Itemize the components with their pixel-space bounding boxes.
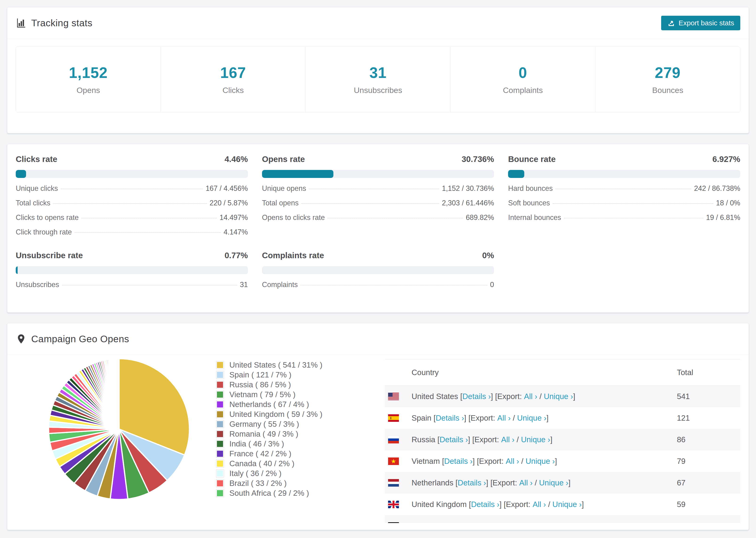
legend-item[interactable]: Canada ( 40 / 2% ) (216, 459, 380, 468)
stat-label: Opens (77, 86, 100, 95)
rate-title: Opens rate (262, 154, 305, 164)
progress-bar (262, 266, 494, 274)
details-link[interactable]: Details › (444, 457, 473, 466)
legend-swatch (216, 480, 224, 487)
rates-grid: Clicks rate4.46%Unique clicks167 / 4.456… (7, 144, 749, 289)
legend-label: United States ( 541 / 31% ) (229, 360, 322, 369)
vietnam-star: ★ (388, 457, 399, 465)
rate-detail-label: Unsubscribes (16, 281, 59, 289)
pie-slice[interactable] (118, 359, 119, 429)
country-name: Vietnam (411, 457, 440, 466)
rate-detail-label: Clicks to opens rate (16, 213, 79, 222)
rate-detail-row: Opens to clicks rate689.82% (262, 213, 494, 222)
legend-label: Italy ( 36 / 2% ) (229, 469, 282, 478)
legend-item[interactable]: India ( 46 / 3% ) (216, 439, 380, 449)
rate-value: 0.77% (225, 251, 248, 260)
stats-row: 1,152Opens167Clicks31Unsubscribes0Compla… (16, 46, 740, 112)
rate-detail-row: Unsubscribes31 (16, 281, 248, 289)
progress-bar-fill (16, 266, 18, 274)
stat-cell: 279Bounces (595, 47, 740, 112)
legend-item[interactable]: Brazil ( 33 / 2% ) (216, 478, 380, 488)
rate-head: Bounce rate6.927% (508, 154, 740, 164)
rate-detail-row: Unique clicks167 / 4.456% (16, 184, 248, 192)
rate-detail-value: 31 (240, 281, 248, 289)
country-name: Russia (411, 435, 435, 444)
export-label: [Export: (477, 457, 504, 466)
export-icon (667, 19, 675, 27)
country-row: Spain [Details ›] [Export: All › / Uniqu… (385, 407, 740, 429)
total-cell: 121 (677, 413, 740, 422)
export-all-link[interactable]: All › (497, 413, 511, 422)
rate-detail-value: 0 (490, 281, 494, 289)
export-all-link[interactable]: All › (501, 435, 514, 444)
rate-detail-value: 19 / 6.81% (706, 213, 740, 222)
legend-item[interactable]: Italy ( 36 / 2% ) (216, 468, 380, 478)
stat-label: Complaints (503, 86, 543, 95)
dotted-leader (301, 203, 439, 204)
stat-value: 279 (655, 64, 681, 81)
stat-cell: 0Complaints (450, 47, 595, 112)
legend-label: Netherlands ( 67 / 4% ) (229, 400, 309, 409)
stats-wrap: 1,152Opens167Clicks31Unsubscribes0Compla… (7, 39, 749, 120)
rate-title: Bounce rate (508, 154, 556, 164)
export-unique-link[interactable]: Unique › (529, 521, 559, 523)
rate-title: Clicks rate (16, 154, 57, 164)
export-unique-link[interactable]: Unique › (539, 478, 568, 487)
rate-detail-row: Total clicks220 / 5.87% (16, 199, 248, 207)
spain-crest (390, 417, 391, 419)
export-unique-link[interactable]: Unique › (525, 457, 555, 466)
export-unique-link[interactable]: Unique › (553, 500, 582, 509)
details-link[interactable]: Details › (471, 500, 499, 509)
rate-detail-rows: Unique opens1,152 / 30.736%Total opens2,… (262, 184, 494, 222)
stat-value: 0 (519, 64, 527, 81)
tracking-stats-card: Tracking stats Export basic stats 1,152O… (7, 7, 749, 133)
rate-detail-row: Unique opens1,152 / 30.736% (262, 184, 494, 192)
legend-item[interactable]: France ( 42 / 2% ) (216, 449, 380, 459)
details-link[interactable]: Details › (462, 392, 491, 401)
export-all-link[interactable]: All › (509, 521, 523, 523)
rate-detail-label: Unique clicks (16, 184, 58, 192)
legend-item[interactable]: United States ( 541 / 31% ) (216, 360, 380, 370)
export-all-link[interactable]: All › (532, 500, 546, 509)
export-basic-stats-button[interactable]: Export basic stats (661, 16, 740, 30)
legend-item[interactable]: Russia ( 86 / 5% ) (216, 380, 380, 390)
legend-label: United Kingdom ( 59 / 3% ) (229, 410, 322, 419)
export-all-link[interactable]: All › (524, 392, 537, 401)
progress-bar-fill (16, 170, 26, 178)
ru-flag-icon (388, 436, 399, 443)
progress-bar (262, 170, 494, 178)
stat-label: Bounces (652, 86, 683, 95)
legend-label: Brazil ( 33 / 2% ) (229, 479, 287, 488)
rate-detail-label: Soft bounces (508, 199, 550, 207)
details-link[interactable]: Details › (440, 435, 468, 444)
legend-item[interactable]: Netherlands ( 67 / 4% ) (216, 400, 380, 409)
legend-item[interactable]: Vietnam ( 79 / 5% ) (216, 390, 380, 400)
export-label: [Export: (472, 435, 499, 444)
details-link[interactable]: Details › (448, 521, 476, 523)
export-all-link[interactable]: All › (519, 478, 533, 487)
legend-item[interactable]: Romania ( 49 / 3% ) (216, 429, 380, 439)
details-link[interactable]: Details › (436, 413, 464, 422)
details-link[interactable]: Details › (458, 478, 486, 487)
rate-detail-rows: Unsubscribes31 (16, 281, 248, 289)
geo-title: Campaign Geo Opens (31, 334, 129, 345)
dotted-leader (53, 203, 207, 204)
country-row: United Kingdom [Details ›] [Export: All … (385, 494, 740, 515)
legend-item[interactable]: South Africa ( 29 / 2% ) (216, 488, 380, 498)
country-row: Germany [Details ›] [Export: All › / Uni… (385, 515, 740, 523)
rate-head: Opens rate30.736% (262, 154, 494, 164)
rate-detail-row: Soft bounces18 / 0% (508, 199, 740, 207)
tracking-stats-header: Tracking stats Export basic stats (7, 7, 749, 39)
export-unique-link[interactable]: Unique › (544, 392, 573, 401)
legend-swatch (216, 470, 224, 477)
us-flag-icon (388, 393, 399, 400)
export-unique-link[interactable]: Unique › (521, 435, 550, 444)
dotted-leader (62, 285, 237, 286)
legend-item[interactable]: Germany ( 55 / 3% ) (216, 419, 380, 429)
legend-item[interactable]: Spain ( 121 / 7% ) (216, 370, 380, 380)
export-unique-link[interactable]: Unique › (517, 413, 546, 422)
legend-item[interactable]: United Kingdom ( 59 / 3% ) (216, 409, 380, 419)
map-pin-icon (16, 334, 27, 344)
dotted-leader (61, 189, 203, 189)
export-all-link[interactable]: All › (506, 457, 519, 466)
